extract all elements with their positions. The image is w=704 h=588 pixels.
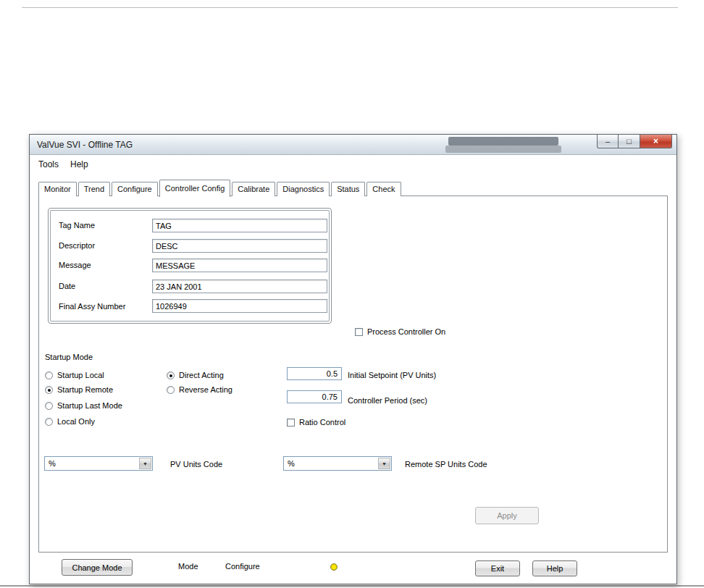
radio-label: Startup Remote	[57, 385, 113, 394]
tab-trend[interactable]: Trend	[78, 182, 110, 196]
final-assy-number-field[interactable]	[152, 299, 327, 313]
menubar: Tools Help	[30, 156, 676, 172]
radio-icon	[45, 402, 53, 410]
chevron-down-icon: ▼	[143, 461, 148, 466]
tag-name-field[interactable]	[152, 219, 327, 232]
device-info-groupbox: Tag Name Descriptor Message Date Final A…	[48, 208, 332, 324]
minimize-icon: –	[605, 138, 610, 146]
window-title: ValVue SVI - Offline TAG	[37, 140, 133, 150]
tab-diagnostics[interactable]: Diagnostics	[277, 182, 330, 196]
radio-label: Direct Acting	[179, 371, 224, 379]
status-indicator-icon	[330, 563, 338, 571]
close-button[interactable]: ×	[640, 135, 672, 148]
change-mode-button[interactable]: Change Mode	[62, 559, 133, 576]
maximize-button[interactable]: □	[619, 135, 640, 148]
radio-startup-last-mode[interactable]: Startup Last Mode	[45, 401, 122, 410]
message-label: Message	[59, 261, 91, 269]
tabstrip: Monitor Trend Configure Controller Confi…	[38, 179, 403, 196]
tab-status[interactable]: Status	[331, 182, 365, 196]
tab-calibrate[interactable]: Calibrate	[232, 182, 275, 196]
radio-label: Startup Local	[57, 371, 104, 379]
valvue-window: ValVue SVI - Offline TAG – □ × Tools Hel…	[29, 134, 677, 584]
radio-startup-local[interactable]: Startup Local	[45, 371, 104, 379]
controller-period-label: Controller Period (sec)	[348, 396, 427, 405]
tag-name-label: Tag Name	[59, 221, 95, 230]
tab-monitor[interactable]: Monitor	[38, 182, 77, 196]
page-border-bottom	[0, 585, 704, 587]
page-border-top	[22, 7, 678, 8]
controller-config-panel: Tag Name Descriptor Message Date Final A…	[38, 196, 668, 553]
tab-check[interactable]: Check	[366, 182, 401, 196]
ratio-control-label: Ratio Control	[299, 418, 345, 427]
date-label: Date	[59, 282, 75, 290]
mode-label: Mode	[178, 562, 198, 571]
remote-sp-units-selected-value: %	[288, 459, 295, 468]
radio-startup-remote[interactable]: Startup Remote	[45, 385, 113, 394]
final-assy-number-label: Final Assy Number	[59, 302, 125, 311]
mode-value: Configure	[225, 562, 260, 571]
ratio-control-checkbox[interactable]: Ratio Control	[287, 418, 345, 427]
maximize-icon: □	[627, 138, 632, 146]
radio-label: Reverse Acting	[179, 385, 232, 394]
radio-label: Startup Last Mode	[57, 401, 122, 410]
radio-label: Local Only	[57, 417, 95, 426]
exit-button[interactable]: Exit	[475, 560, 520, 576]
checkbox-icon	[287, 419, 295, 427]
startup-mode-label: Startup Mode	[45, 353, 93, 361]
radio-icon	[45, 371, 53, 379]
titlebar[interactable]: ValVue SVI - Offline TAG – □ ×	[30, 135, 676, 155]
controller-period-input[interactable]	[287, 390, 342, 403]
process-controller-checkbox[interactable]: Process Controller On	[355, 327, 445, 336]
message-field[interactable]	[152, 259, 327, 272]
remote-sp-units-dropdown-button[interactable]: ▼	[378, 458, 390, 469]
tab-configure[interactable]: Configure	[112, 182, 158, 196]
window-controls: – □ ×	[597, 135, 672, 148]
menu-help[interactable]: Help	[64, 157, 94, 172]
radio-local-only[interactable]: Local Only	[45, 417, 95, 426]
pv-units-selected-value: %	[49, 459, 56, 468]
background-window-artifact	[445, 146, 561, 153]
descriptor-field[interactable]	[152, 239, 327, 253]
background-window-artifact	[448, 137, 558, 146]
process-controller-label: Process Controller On	[367, 327, 445, 336]
chevron-down-icon: ▼	[382, 461, 387, 466]
help-button[interactable]: Help	[532, 560, 577, 576]
radio-reverse-acting[interactable]: Reverse Acting	[167, 385, 232, 394]
close-icon: ×	[653, 137, 658, 146]
initial-setpoint-input[interactable]	[287, 367, 342, 380]
radio-icon	[167, 386, 175, 394]
remote-sp-units-combo[interactable]: % ▼	[283, 456, 392, 471]
tab-controller-config[interactable]: Controller Config	[159, 180, 231, 197]
radio-icon	[167, 371, 175, 379]
descriptor-label: Descriptor	[59, 241, 95, 250]
pv-units-label: PV Units Code	[170, 460, 222, 469]
checkbox-icon	[355, 328, 363, 336]
pv-units-combo[interactable]: % ▼	[44, 456, 153, 471]
radio-direct-acting[interactable]: Direct Acting	[167, 371, 224, 379]
apply-button[interactable]: Apply	[475, 507, 539, 524]
pv-units-dropdown-button[interactable]: ▼	[139, 458, 151, 469]
initial-setpoint-label: Initial Setpoint (PV Units)	[348, 371, 436, 379]
remote-sp-units-label: Remote SP Units Code	[405, 460, 487, 469]
date-field[interactable]	[152, 280, 327, 293]
minimize-button[interactable]: –	[597, 135, 619, 148]
menu-tools[interactable]: Tools	[33, 157, 64, 172]
radio-icon	[45, 386, 53, 394]
radio-icon	[45, 418, 53, 426]
